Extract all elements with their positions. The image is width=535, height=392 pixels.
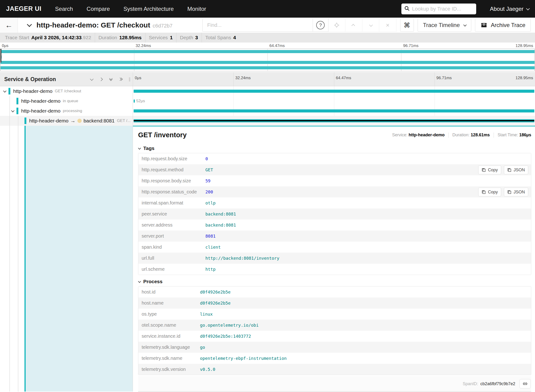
service-operation-header: Service & Operation ∥ (0, 72, 133, 86)
deep-link-button[interactable] (520, 379, 531, 388)
minimap-scrubber-handle[interactable] (0, 49, 1, 62)
process-key: host.name (138, 300, 200, 306)
collapse-trace-button[interactable] (27, 23, 31, 28)
chevron-down-icon (27, 22, 32, 27)
nav-item-search[interactable]: Search (55, 6, 73, 12)
span-bar[interactable] (134, 90, 534, 93)
keyboard-shortcuts-button[interactable]: ⌘ (400, 19, 414, 32)
indent-guide (10, 106, 10, 116)
span-detail-zone: GET /inventory Service: http-header-demo… (0, 126, 535, 392)
copy-json-button[interactable]: JSON (504, 165, 528, 174)
clear-find-button[interactable]: × (379, 19, 396, 32)
process-key: otel.scope.name (138, 322, 200, 328)
span-timeline-cell[interactable] (133, 106, 535, 116)
tags-section-toggle[interactable]: Tags (138, 145, 531, 151)
span-duration-label: 52μs (136, 99, 145, 103)
minimap-span-row (0, 54, 535, 60)
span-service-name: http-header-demo (21, 98, 61, 104)
span-row-get-checkout[interactable]: http-header-demo GET /checkout (0, 86, 535, 96)
app-brand[interactable]: JAEGER UI (6, 5, 41, 12)
process-key: telemetry.sdk.language (138, 345, 200, 350)
back-button[interactable]: ← (0, 18, 18, 33)
service-color-block (9, 88, 10, 94)
tag-key: url.scheme (138, 266, 205, 272)
span-tree-cell: http-header-demo in queue (0, 96, 133, 106)
span-timeline-cell[interactable]: 52μs (133, 96, 535, 106)
archive-trace-button[interactable]: Archive Trace (475, 19, 531, 32)
copy-value-button[interactable]: Copy (478, 187, 501, 196)
process-value: go.opentelemetry.io/obi (200, 323, 258, 328)
process-section-toggle[interactable]: Process (138, 279, 531, 284)
find-help-button[interactable]: ? (313, 19, 328, 32)
find-input[interactable] (202, 19, 313, 32)
tick-label: 64.47ms (269, 43, 285, 48)
copy-value-button[interactable]: Copy (478, 165, 501, 174)
prev-match-button[interactable] (345, 19, 362, 32)
nav-item-system-architecture[interactable]: System Architecture (124, 6, 174, 12)
meta-service: Service: http-header-demo (392, 133, 445, 137)
span-operation-name: GET /checkout (55, 89, 81, 93)
column-resizer-handle[interactable]: ∥ (129, 77, 131, 82)
indent-guide (10, 126, 10, 392)
span-expander-icon[interactable] (11, 109, 14, 112)
chevron-up-icon (351, 24, 355, 28)
close-icon: × (386, 22, 389, 29)
tag-row: peer.service backend:8081 (138, 208, 531, 219)
archive-box-icon (480, 22, 487, 29)
trace-view-select[interactable]: Trace Timeline (418, 19, 472, 32)
about-jaeger-menu[interactable]: About Jaeger (490, 6, 529, 12)
chevron-down-icon (369, 23, 373, 27)
collapse-all-icon[interactable] (110, 78, 112, 81)
expand-all-icon[interactable] (119, 78, 122, 80)
next-match-button[interactable] (362, 19, 379, 32)
tag-key: url.full (138, 256, 205, 261)
span-row-in-queue[interactable]: http-header-demo in queue 52μs (0, 96, 535, 106)
span-expander-icon[interactable] (3, 89, 6, 93)
meta-start-time: Start Time: 186μs (498, 133, 531, 137)
nav-item-monitor[interactable]: Monitor (187, 6, 206, 12)
copy-json-button[interactable]: JSON (504, 187, 528, 196)
span-bar[interactable] (134, 110, 534, 112)
timeline-ruler: 0μs 32.24ms 64.47ms 96.71ms 128.95ms (133, 72, 535, 86)
tag-value: otlp (205, 201, 215, 205)
copy-icon (482, 168, 486, 172)
chevron-down-icon (138, 146, 141, 149)
tick-label: 96.71ms (436, 76, 452, 80)
chevron-down-icon (463, 23, 467, 27)
trace-title-bar: ← http-header-demo: GET /checkout c6d72b… (0, 18, 535, 33)
span-bar[interactable] (134, 100, 135, 103)
span-operation-name: GET /... (117, 118, 131, 123)
expand-one-icon[interactable] (99, 77, 103, 81)
trace-minimap[interactable] (0, 49, 535, 71)
chevron-down-icon (526, 7, 530, 10)
trace-id-search-input[interactable] (412, 6, 473, 12)
process-value: d0f4926e2b5e:1403772 (200, 334, 251, 339)
focus-match-button[interactable] (328, 19, 345, 32)
summary-total-spans: Total Spans4 (202, 33, 239, 42)
nav-item-compare[interactable]: Compare (86, 6, 110, 12)
span-timeline-cell[interactable] (133, 116, 535, 126)
tag-row-actions: Copy JSON (478, 165, 528, 174)
search-icon (404, 6, 410, 12)
process-row: os.type linux (138, 308, 531, 320)
trace-id-search-box[interactable] (401, 4, 476, 14)
tag-row: internal.span.format otlp (138, 197, 531, 208)
tick-label: 64.47ms (336, 76, 351, 80)
span-service-name: http-header-demo (13, 88, 53, 94)
span-row-processing[interactable]: http-header-demo processing (0, 106, 535, 116)
collapse-one-icon[interactable] (90, 77, 94, 81)
summary-services: Services1 (145, 33, 176, 42)
process-value: linux (200, 312, 213, 317)
span-detail-panel: GET /inventory Service: http-header-demo… (133, 126, 535, 392)
span-row-get-inventory-selected[interactable]: http-header-demo → backend:8081 GET /... (0, 116, 535, 126)
tag-row: server.address backend:8081 (138, 219, 531, 231)
span-tree-cell: http-header-demo → backend:8081 GET /... (0, 116, 133, 126)
span-bar-selected[interactable] (134, 119, 534, 122)
span-timeline-cell[interactable] (133, 86, 535, 96)
tag-row: server.port 8081 (138, 231, 531, 242)
tick-label: 0μs (2, 43, 9, 48)
help-icon: ? (316, 21, 325, 29)
process-key: telemetry.sdk.version (138, 367, 200, 372)
tag-row: span.kind client (138, 242, 531, 253)
minimap-span-bar (0, 61, 535, 64)
